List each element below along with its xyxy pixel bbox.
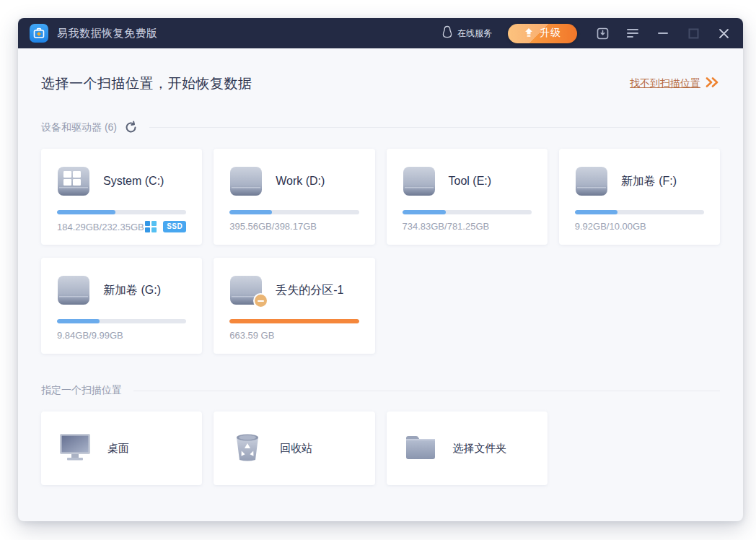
drive-size: 9.84GB/9.99GB [57, 330, 123, 341]
drive-name: Tool (E:) [449, 175, 492, 188]
titlebar: 易我数据恢复免费版 在线服务 升级 [18, 18, 743, 48]
drive-card[interactable]: Work (D:) 395.56GB/398.17GB [214, 149, 374, 245]
windows-logo-badge [145, 221, 157, 232]
drive-size: 9.92GB/10.00GB [575, 221, 646, 232]
drive-size: 734.83GB/781.25GB [403, 221, 490, 232]
cannot-find-location-label: 找不到扫描位置 [630, 77, 700, 90]
minimize-icon[interactable] [656, 27, 669, 40]
drive-size: 184.29GB/232.35GB [57, 222, 144, 232]
drive-card[interactable]: System (C:) 184.29GB/232.35GB SSD [41, 149, 202, 245]
drive-card[interactable]: 新加卷 (F:) 9.92GB/10.00GB [559, 149, 720, 245]
upgrade-label: 升级 [540, 27, 561, 40]
locations-section-label: 指定一个扫描位置 [41, 384, 122, 397]
titlebar-right: 在线服务 升级 [441, 24, 730, 43]
drive-usage-bar [575, 210, 704, 214]
windows-logo-overlay [63, 171, 81, 186]
cannot-find-location-link[interactable]: 找不到扫描位置 [630, 77, 720, 90]
refresh-icon[interactable] [124, 121, 138, 134]
drive-icon [57, 166, 90, 196]
devices-section-header: 设备和驱动器 (6) [41, 121, 720, 134]
desktop-icon [58, 432, 92, 465]
locations-section-header: 指定一个扫描位置 [41, 384, 720, 397]
drive-usage-fill [229, 319, 359, 323]
app-title: 易我数据恢复免费版 [57, 27, 158, 40]
drive-usage-fill [57, 319, 100, 323]
drive-icon [403, 166, 436, 196]
drive-usage-bar [229, 319, 359, 323]
upgrade-button[interactable]: 升级 [508, 24, 577, 43]
folder-icon [404, 432, 437, 464]
drive-size: 663.59 GB [229, 330, 274, 341]
drive-icon [229, 275, 263, 305]
drive-icon [229, 166, 263, 196]
main-content: 选择一个扫描位置，开始恢复数据 找不到扫描位置 设备和驱动器 (6) [18, 74, 743, 485]
lost-partition-badge [253, 293, 268, 308]
location-card[interactable]: 选择文件夹 [387, 411, 548, 485]
qq-service-icon [441, 25, 453, 41]
drive-icon [57, 275, 90, 305]
recycle-bin-icon [231, 432, 264, 465]
location-label: 选择文件夹 [453, 442, 507, 456]
location-label: 回收站 [280, 442, 312, 456]
window-controls [596, 27, 730, 40]
app-logo-icon [30, 24, 48, 43]
drive-name: 新加卷 (G:) [103, 283, 161, 298]
drive-name: System (C:) [103, 175, 164, 188]
maximize-icon[interactable] [687, 27, 700, 40]
app-window: 易我数据恢复免费版 在线服务 升级 [18, 18, 743, 521]
section-divider [149, 127, 720, 128]
load-session-icon[interactable] [596, 27, 609, 40]
drive-usage-fill [229, 210, 272, 214]
location-card[interactable]: 桌面 [41, 411, 202, 485]
online-service-label: 在线服务 [457, 27, 492, 40]
location-grid: 桌面 回收站 [41, 411, 720, 485]
drive-usage-bar [57, 319, 186, 323]
double-chevron-right-icon [706, 77, 720, 90]
location-card[interactable]: 回收站 [214, 411, 374, 485]
location-label: 桌面 [107, 442, 129, 456]
drive-card[interactable]: 新加卷 (G:) 9.84GB/9.99GB [41, 258, 202, 354]
drive-usage-fill [403, 210, 447, 214]
section-divider [133, 391, 720, 391]
drive-card[interactable]: 丢失的分区-1 663.59 GB [214, 258, 374, 354]
drive-name: 新加卷 (F:) [621, 174, 677, 189]
drive-size: 395.56GB/398.17GB [229, 221, 317, 232]
drive-usage-bar [229, 210, 359, 214]
ssd-badge: SSD [163, 221, 186, 232]
drive-usage-bar [57, 210, 186, 214]
menu-icon[interactable] [626, 27, 639, 40]
drive-name: Work (D:) [276, 175, 325, 188]
drive-card[interactable]: Tool (E:) 734.83GB/781.25GB [387, 149, 548, 245]
online-service-button[interactable]: 在线服务 [441, 25, 492, 41]
drive-usage-bar [403, 210, 532, 214]
close-icon[interactable] [717, 27, 730, 40]
device-grid: System (C:) 184.29GB/232.35GB SSD [41, 149, 720, 354]
upgrade-arrow-icon [524, 27, 534, 40]
page-title: 选择一个扫描位置，开始恢复数据 [41, 74, 252, 93]
drive-usage-fill [57, 210, 115, 214]
devices-section-label: 设备和驱动器 (6) [41, 121, 117, 134]
drive-name: 丢失的分区-1 [276, 283, 343, 298]
drive-icon [575, 166, 608, 196]
drive-usage-fill [575, 210, 617, 214]
